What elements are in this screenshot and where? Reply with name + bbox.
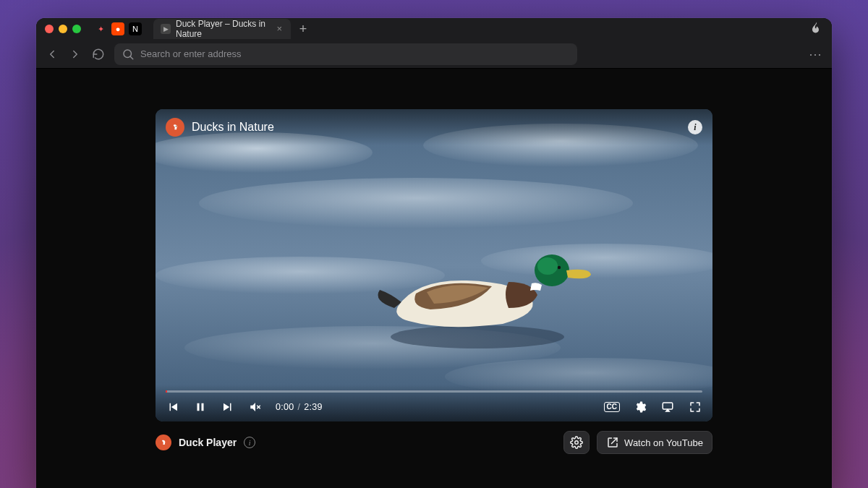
player-name: Duck Player bbox=[179, 437, 237, 448]
captions-button[interactable]: CC bbox=[604, 402, 620, 412]
tab-favicon: ▶ bbox=[161, 24, 171, 34]
address-placeholder: Search or enter address bbox=[140, 48, 241, 59]
watch-on-youtube-label: Watch on YouTube bbox=[624, 437, 703, 448]
svg-point-15 bbox=[176, 126, 176, 127]
tab-close-button[interactable]: × bbox=[276, 24, 284, 34]
tab-title: Duck Player – Ducks in Nature bbox=[176, 19, 271, 39]
svg-rect-20 bbox=[663, 403, 673, 409]
duck-player: Ducks in Nature i bbox=[156, 109, 712, 455]
svg-line-1 bbox=[130, 56, 133, 59]
browser-toolbar: Search or enter address ⋯ bbox=[36, 40, 832, 69]
pinned-site-airbnb[interactable]: ✦ bbox=[94, 22, 107, 35]
svg-point-13 bbox=[558, 266, 561, 269]
reload-button[interactable] bbox=[91, 47, 106, 61]
address-bar[interactable]: Search or enter address bbox=[114, 43, 577, 65]
video-info-button[interactable]: i bbox=[688, 120, 702, 134]
window-minimize-button[interactable] bbox=[59, 25, 67, 33]
duckduckgo-logo-icon bbox=[156, 435, 171, 450]
progress-fill bbox=[166, 390, 167, 393]
player-settings-button[interactable] bbox=[563, 431, 590, 454]
previous-button[interactable] bbox=[166, 400, 180, 414]
back-button[interactable] bbox=[45, 47, 59, 61]
new-tab-button[interactable]: + bbox=[295, 21, 311, 37]
duration: 2:39 bbox=[304, 402, 323, 412]
video-thumbnail bbox=[156, 109, 712, 421]
video-frame[interactable]: Ducks in Nature i bbox=[156, 109, 712, 421]
window-titlebar: ✦ ● N ▶ Duck Player – Ducks in Nature × … bbox=[36, 18, 832, 40]
time-display: 0:00 / 2:39 bbox=[276, 402, 323, 412]
svg-point-12 bbox=[537, 257, 558, 275]
mute-button[interactable] bbox=[248, 400, 263, 414]
video-brand: Ducks in Nature bbox=[166, 118, 274, 137]
video-title: Ducks in Nature bbox=[192, 121, 274, 134]
svg-point-5 bbox=[199, 178, 633, 228]
window-close-button[interactable] bbox=[45, 25, 54, 33]
next-button[interactable] bbox=[221, 400, 235, 414]
svg-point-23 bbox=[575, 441, 579, 445]
page-content: Ducks in Nature i bbox=[36, 69, 832, 488]
browser-window: ✦ ● N ▶ Duck Player – Ducks in Nature × … bbox=[36, 18, 832, 488]
svg-rect-17 bbox=[202, 403, 204, 411]
player-footer: Duck Player i Watch on YouTube bbox=[156, 430, 712, 455]
external-link-icon bbox=[606, 436, 619, 449]
svg-point-10 bbox=[391, 325, 564, 348]
window-zoom-button[interactable] bbox=[72, 25, 81, 33]
pinned-favorites: ✦ ● N bbox=[94, 22, 142, 35]
video-controls: 0:00 / 2:39 CC bbox=[166, 400, 702, 414]
duckduckgo-logo-icon bbox=[166, 118, 184, 137]
active-tab[interactable]: ▶ Duck Player – Ducks in Nature × bbox=[153, 19, 291, 39]
search-icon bbox=[122, 48, 135, 61]
fire-button[interactable] bbox=[810, 21, 823, 37]
pause-button[interactable] bbox=[193, 400, 208, 414]
video-controls-overlay: 0:00 / 2:39 CC bbox=[156, 385, 712, 421]
current-time: 0:00 bbox=[276, 402, 294, 412]
player-info-button[interactable]: i bbox=[244, 437, 255, 448]
traffic-lights bbox=[45, 25, 81, 33]
svg-rect-16 bbox=[197, 403, 200, 411]
pinned-site-reddit[interactable]: ● bbox=[111, 22, 124, 35]
time-separator: / bbox=[298, 402, 301, 412]
tabstrip: ▶ Duck Player – Ducks in Nature × + bbox=[153, 19, 311, 39]
video-title-overlay: Ducks in Nature i bbox=[156, 109, 712, 145]
pinned-site-notion[interactable]: N bbox=[129, 22, 142, 35]
svg-point-6 bbox=[156, 257, 445, 294]
fullscreen-button[interactable] bbox=[688, 400, 702, 414]
progress-bar[interactable] bbox=[166, 390, 702, 393]
forward-button[interactable] bbox=[68, 47, 82, 61]
watch-on-youtube-button[interactable]: Watch on YouTube bbox=[597, 431, 712, 454]
airplay-button[interactable] bbox=[660, 400, 675, 414]
settings-button[interactable] bbox=[633, 400, 647, 414]
overflow-menu-button[interactable]: ⋯ bbox=[809, 46, 823, 62]
